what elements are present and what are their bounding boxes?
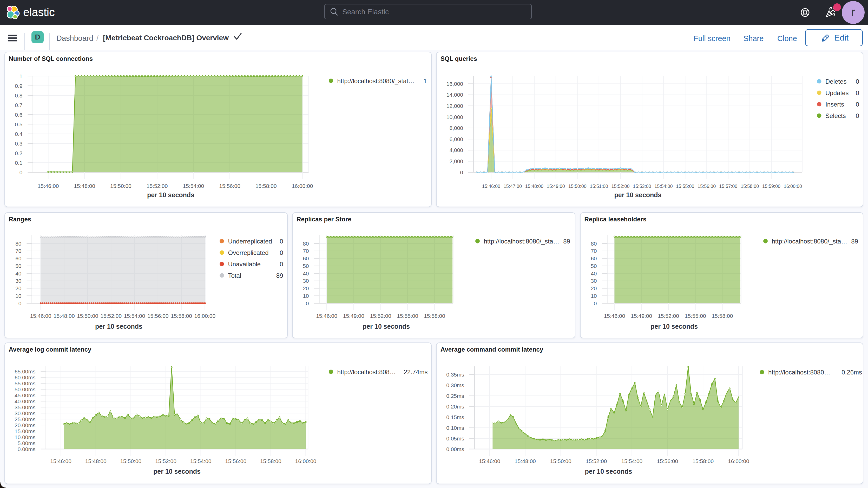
svg-text:15:54:00: 15:54:00 xyxy=(654,184,673,189)
svg-text:65.00ms: 65.00ms xyxy=(14,368,35,374)
svg-text:0.00ms: 0.00ms xyxy=(446,446,464,452)
svg-text:60: 60 xyxy=(16,255,21,262)
svg-text:0: 0 xyxy=(856,78,859,85)
svg-text:30: 30 xyxy=(303,278,309,284)
svg-text:0.7: 0.7 xyxy=(15,102,22,108)
svg-text:0.20ms: 0.20ms xyxy=(446,403,464,409)
svg-text:per 10 seconds: per 10 seconds xyxy=(650,323,698,330)
svg-text:15:52:00: 15:52:00 xyxy=(155,458,177,464)
svg-text:0: 0 xyxy=(280,261,283,268)
svg-text:15:50:00: 15:50:00 xyxy=(550,458,571,464)
svg-text:per 10 seconds: per 10 seconds xyxy=(363,323,410,330)
svg-text:0.26ms: 0.26ms xyxy=(841,369,862,376)
svg-text:55.00ms: 55.00ms xyxy=(14,380,35,387)
svg-text:4,000: 4,000 xyxy=(450,147,463,153)
svg-text:http://localhost:8080/_sta…: http://localhost:8080/_sta… xyxy=(772,238,847,245)
svg-text:30: 30 xyxy=(16,278,21,284)
svg-text:1: 1 xyxy=(19,73,22,79)
svg-text:80: 80 xyxy=(591,241,597,247)
svg-text:15:52:00: 15:52:00 xyxy=(658,313,679,319)
svg-text:0.30ms: 0.30ms xyxy=(446,382,464,388)
svg-text:15:55:00: 15:55:00 xyxy=(676,184,694,189)
svg-text:15:54:00: 15:54:00 xyxy=(183,183,204,189)
svg-text:20.00ms: 20.00ms xyxy=(14,422,35,428)
svg-text:15:54:00: 15:54:00 xyxy=(190,458,211,464)
svg-text:10.00ms: 10.00ms xyxy=(14,434,35,440)
svg-text:15:49:00: 15:49:00 xyxy=(343,313,364,319)
svg-text:0.10ms: 0.10ms xyxy=(446,425,464,431)
svg-text:15:49:00: 15:49:00 xyxy=(631,313,652,319)
svg-text:70: 70 xyxy=(303,248,309,254)
svg-text:50.00ms: 50.00ms xyxy=(14,387,35,392)
svg-text:0.5: 0.5 xyxy=(15,121,22,127)
svg-text:0: 0 xyxy=(856,112,859,119)
svg-text:40: 40 xyxy=(303,271,309,276)
svg-text:Inserts: Inserts xyxy=(826,101,844,108)
svg-text:0: 0 xyxy=(594,300,597,306)
svg-text:0: 0 xyxy=(280,249,283,256)
svg-text:15:53:00: 15:53:00 xyxy=(633,184,651,189)
svg-text:15:55:00: 15:55:00 xyxy=(397,313,418,319)
svg-text:0.8: 0.8 xyxy=(15,92,22,98)
svg-text:0: 0 xyxy=(306,300,309,306)
svg-text:15:58:00: 15:58:00 xyxy=(741,184,759,189)
svg-text:0.9: 0.9 xyxy=(15,83,22,89)
svg-text:http://localhost:808…: http://localhost:808… xyxy=(337,368,396,375)
svg-text:25.00ms: 25.00ms xyxy=(14,416,35,422)
svg-text:45.00ms: 45.00ms xyxy=(14,392,35,398)
svg-text:per 10 seconds: per 10 seconds xyxy=(614,191,661,199)
svg-text:0.6: 0.6 xyxy=(15,112,22,118)
svg-text:16:00:00: 16:00:00 xyxy=(291,183,313,189)
svg-text:15:59:00: 15:59:00 xyxy=(762,184,780,189)
svg-text:Updates: Updates xyxy=(826,89,848,96)
svg-text:50: 50 xyxy=(16,263,21,269)
svg-text:15.00ms: 15.00ms xyxy=(14,428,35,434)
svg-text:10: 10 xyxy=(591,293,597,299)
svg-text:30.00ms: 30.00ms xyxy=(14,410,35,416)
svg-text:16:00:00: 16:00:00 xyxy=(784,184,802,189)
svg-text:15:58:00: 15:58:00 xyxy=(260,458,281,464)
svg-text:15:56:00: 15:56:00 xyxy=(225,458,246,464)
svg-text:40.00ms: 40.00ms xyxy=(14,398,35,404)
svg-text:15:58:00: 15:58:00 xyxy=(712,313,733,319)
svg-text:15:57:00: 15:57:00 xyxy=(719,184,737,189)
svg-text:per 10 seconds: per 10 seconds xyxy=(95,323,142,330)
svg-text:0.05ms: 0.05ms xyxy=(446,435,464,441)
svg-text:15:49:00: 15:49:00 xyxy=(547,184,565,189)
svg-text:Underreplicated: Underreplicated xyxy=(228,238,272,245)
svg-text:per 10 seconds: per 10 seconds xyxy=(153,468,200,475)
svg-text:per 10 seconds: per 10 seconds xyxy=(585,468,632,475)
svg-text:15:56:00: 15:56:00 xyxy=(698,184,716,189)
svg-text:5.00ms: 5.00ms xyxy=(18,440,35,446)
svg-text:0: 0 xyxy=(856,101,859,108)
svg-text:Selects: Selects xyxy=(826,112,846,119)
svg-text:50: 50 xyxy=(303,263,309,269)
svg-text:30: 30 xyxy=(591,278,597,284)
svg-text:15:58:00: 15:58:00 xyxy=(255,183,277,189)
svg-text:15:46:00: 15:46:00 xyxy=(30,313,51,319)
svg-text:0: 0 xyxy=(460,170,463,175)
svg-text:15:48:00: 15:48:00 xyxy=(85,458,106,464)
svg-text:Deletes: Deletes xyxy=(826,78,846,85)
svg-text:1: 1 xyxy=(423,78,427,85)
svg-text:89: 89 xyxy=(851,238,858,245)
svg-text:15:46:00: 15:46:00 xyxy=(37,183,59,189)
svg-text:0: 0 xyxy=(18,300,21,306)
svg-text:per 10 seconds: per 10 seconds xyxy=(147,191,194,199)
svg-text:15:52:00: 15:52:00 xyxy=(586,458,607,464)
svg-text:15:52:00: 15:52:00 xyxy=(370,313,392,319)
svg-text:http://localhost:8080/_stat…: http://localhost:8080/_stat… xyxy=(337,78,414,85)
svg-text:15:55:00: 15:55:00 xyxy=(684,313,706,319)
svg-text:8,000: 8,000 xyxy=(450,125,463,131)
svg-text:10: 10 xyxy=(16,293,21,299)
svg-text:15:54:00: 15:54:00 xyxy=(621,458,643,464)
svg-text:15:52:00: 15:52:00 xyxy=(100,313,122,319)
svg-text:40: 40 xyxy=(16,271,21,276)
svg-text:http://localhost:8080/_sta…: http://localhost:8080/_sta… xyxy=(484,238,560,245)
svg-text:15:47:00: 15:47:00 xyxy=(504,184,522,189)
svg-text:0: 0 xyxy=(856,89,859,96)
svg-text:0.2: 0.2 xyxy=(15,150,22,156)
svg-text:0.00ms: 0.00ms xyxy=(18,446,35,452)
svg-text:12,000: 12,000 xyxy=(446,103,463,109)
svg-text:15:46:00: 15:46:00 xyxy=(479,458,500,464)
